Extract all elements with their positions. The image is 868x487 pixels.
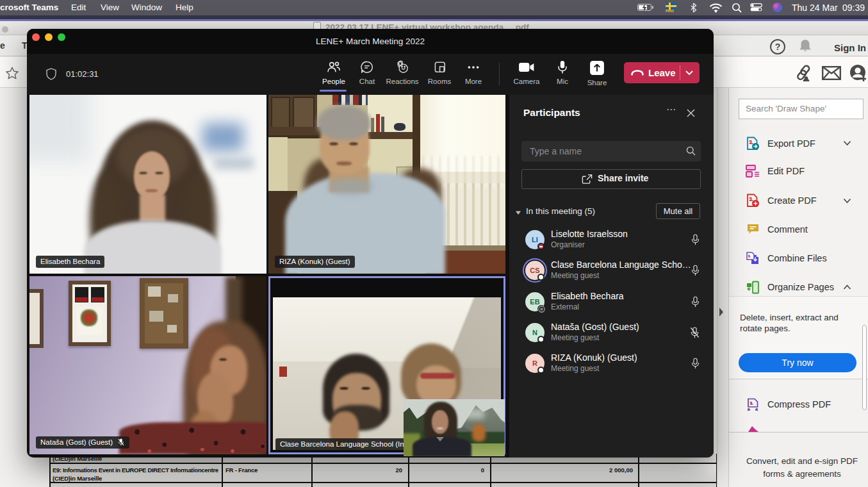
svg-text:?: ? [775,42,781,52]
